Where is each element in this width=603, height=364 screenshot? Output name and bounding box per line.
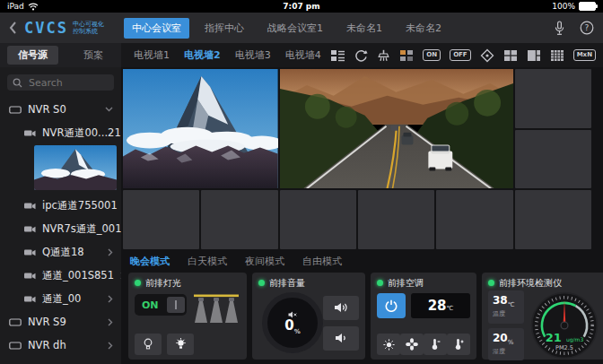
thermometer-down-icon bbox=[430, 338, 441, 351]
tree-item-ipc-channel-755001[interactable]: ipc通道755001 bbox=[0, 194, 121, 217]
ac-power-button[interactable] bbox=[377, 293, 406, 318]
room-tab-command-center[interactable]: 指挥中心 bbox=[197, 18, 252, 39]
road-video-feed bbox=[280, 69, 513, 188]
grid-2x2-icon[interactable] bbox=[503, 49, 518, 62]
search-box[interactable] bbox=[7, 74, 114, 91]
mode-tab-free[interactable]: 自由模式 bbox=[302, 255, 342, 268]
app-logo: CVCS 中心可视化 控制系统 bbox=[24, 19, 104, 37]
tree-item-nvr7s-channel-001[interactable]: NVR7s通道_001 bbox=[0, 217, 121, 240]
channel-preview-thumbnail[interactable] bbox=[34, 145, 117, 190]
fan-icon bbox=[406, 338, 418, 351]
wall-off-button[interactable]: OFF bbox=[450, 49, 471, 61]
tree-item-channel-00[interactable]: 通道_00 bbox=[0, 287, 121, 310]
tree-item-nvr-s0[interactable]: NVR S0 bbox=[0, 98, 121, 121]
main-area: 晚会模式 白天模式 夜间模式 自由模式 前排灯光 ON bbox=[121, 67, 603, 364]
search-icon bbox=[13, 78, 22, 88]
room-tab-unnamed1[interactable]: 未命名1 bbox=[338, 18, 390, 39]
tree-item-q-channel-18[interactable]: Q通道18 bbox=[0, 240, 121, 264]
video-cell-road[interactable] bbox=[280, 69, 513, 188]
volume-value: 0% bbox=[284, 319, 300, 335]
light-off-button[interactable] bbox=[135, 334, 162, 355]
panel-front-volume: 前排音量 0% bbox=[252, 273, 365, 360]
empty-wall-cell[interactable] bbox=[515, 69, 591, 128]
back-icon[interactable] bbox=[9, 21, 17, 35]
layout-main-side-icon[interactable] bbox=[527, 49, 541, 62]
panel-title: 前排空调 bbox=[388, 277, 424, 290]
volume-up-button[interactable] bbox=[323, 296, 359, 320]
help-icon[interactable]: ? bbox=[580, 21, 594, 35]
tab-tvwall-2[interactable]: 电视墙2 bbox=[184, 48, 221, 62]
pm25-readout: 21 ug/m3 PM2.5 bbox=[529, 329, 599, 351]
camera-icon bbox=[24, 129, 36, 137]
grid-mxn-button[interactable]: MxN bbox=[573, 49, 596, 61]
tree-item-nvr-s9[interactable]: NVR S9 bbox=[0, 310, 121, 334]
pm25-gauge: 21 ug/m3 PM2.5 bbox=[529, 290, 599, 360]
empty-wall-cell[interactable] bbox=[436, 190, 512, 249]
panel-title: 前排音量 bbox=[269, 277, 305, 290]
tree-item-nvr-dh[interactable]: NVR dh bbox=[0, 334, 121, 357]
chevron-right-icon bbox=[108, 295, 113, 303]
volume-down-button[interactable] bbox=[323, 326, 359, 351]
online-status-dot bbox=[488, 280, 494, 286]
svg-text:?: ? bbox=[585, 23, 590, 32]
refresh-icon[interactable] bbox=[354, 49, 368, 62]
light-on-button[interactable] bbox=[167, 334, 194, 355]
ac-temp-down-button[interactable] bbox=[424, 334, 447, 355]
bulb-off-icon bbox=[143, 338, 153, 351]
empty-wall-cell[interactable] bbox=[358, 190, 434, 249]
clock: 7:07 pm bbox=[0, 2, 603, 11]
room-tab-unnamed2[interactable]: 未命名2 bbox=[398, 18, 450, 39]
volume-knob[interactable]: 0% bbox=[262, 292, 323, 353]
clear-brush-icon[interactable] bbox=[377, 49, 390, 62]
mode-tab-daytime[interactable]: 白天模式 bbox=[188, 255, 227, 268]
empty-wall-cell[interactable] bbox=[280, 190, 356, 249]
online-status-dot bbox=[377, 280, 383, 286]
camera-icon bbox=[24, 272, 36, 280]
battery-percent: 100% bbox=[552, 2, 575, 11]
switch-knob bbox=[167, 297, 185, 313]
bulb-on-icon bbox=[174, 338, 188, 351]
microphone-icon[interactable] bbox=[554, 21, 565, 36]
tree-item-channel-001s851[interactable]: 通道_001S851 bbox=[0, 264, 121, 287]
speaker-loud-icon bbox=[334, 302, 348, 313]
video-cell-mountain[interactable] bbox=[123, 69, 278, 188]
tree-item-nvr-channel-2166[interactable]: NVR通道00...2166 bbox=[0, 121, 121, 144]
ac-heat-mode-button[interactable] bbox=[377, 334, 400, 355]
camera-icon bbox=[24, 248, 36, 256]
ac-fan-button[interactable] bbox=[400, 334, 424, 355]
search-input[interactable] bbox=[27, 76, 111, 90]
online-status-dot bbox=[258, 280, 265, 286]
tab-tvwall-3[interactable]: 电视墙3 bbox=[235, 48, 271, 62]
chevron-down-icon bbox=[105, 107, 113, 112]
mode-tab-evening[interactable]: 晚会模式 bbox=[130, 255, 170, 268]
logo-subtitle: 中心可视化 控制系统 bbox=[73, 21, 104, 35]
nvr-device-icon bbox=[9, 342, 22, 350]
chevron-right-icon bbox=[108, 342, 113, 350]
video-wall-grid bbox=[123, 69, 591, 249]
tab-signal-source[interactable]: 信号源 bbox=[7, 46, 58, 65]
tab-tvwall-4[interactable]: 电视墙4 bbox=[285, 48, 321, 62]
mountain-preview-image bbox=[34, 145, 117, 190]
mode-tab-night[interactable]: 夜间模式 bbox=[245, 255, 284, 268]
empty-wall-cell[interactable] bbox=[515, 130, 591, 189]
empty-wall-cell[interactable] bbox=[123, 190, 199, 249]
move-dpad-icon[interactable] bbox=[480, 48, 494, 63]
thermometer-up-icon bbox=[453, 338, 464, 351]
lights-power-switch[interactable]: ON bbox=[135, 294, 187, 316]
empty-wall-cell[interactable] bbox=[201, 190, 277, 249]
tab-preset[interactable]: 预案 bbox=[73, 46, 114, 65]
room-tab-strategy-room1[interactable]: 战略会议室1 bbox=[259, 18, 331, 39]
empty-wall-cell[interactable] bbox=[515, 190, 591, 249]
ac-temp-up-button[interactable] bbox=[447, 334, 470, 355]
nvr-device-icon bbox=[9, 106, 22, 114]
toolbar: 信号源 预案 电视墙1 电视墙2 电视墙3 电视墙4 bbox=[0, 43, 603, 67]
switch-state-label: ON bbox=[142, 299, 159, 311]
scene-tiles-icon[interactable] bbox=[399, 49, 414, 62]
grid-4x4-icon[interactable] bbox=[550, 49, 564, 62]
header-bar: CVCS 中心可视化 控制系统 中心会议室 指挥中心 战略会议室1 未命名1 未… bbox=[0, 13, 603, 43]
wall-on-button[interactable]: ON bbox=[423, 49, 441, 61]
layout-list-icon[interactable] bbox=[330, 49, 345, 62]
panel-title: 前排灯光 bbox=[145, 277, 181, 290]
room-tab-center-meeting[interactable]: 中心会议室 bbox=[124, 18, 189, 39]
tab-tvwall-1[interactable]: 电视墙1 bbox=[134, 48, 170, 62]
